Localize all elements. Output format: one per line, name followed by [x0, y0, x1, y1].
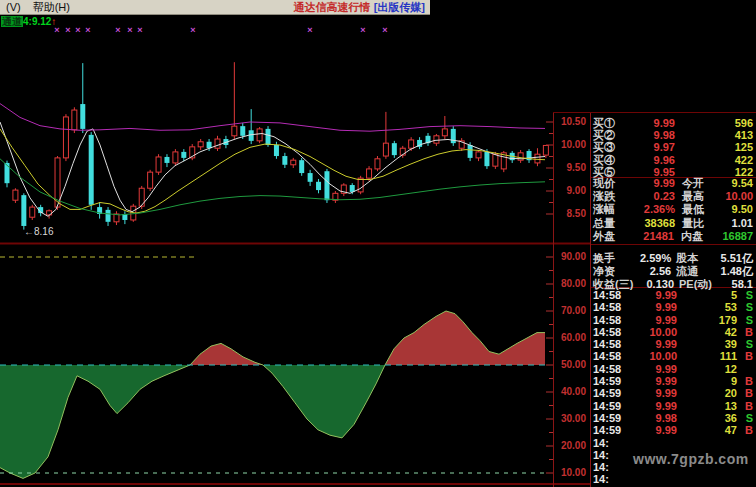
fin-value: 2.59% [634, 252, 672, 265]
tick-volume: 13 [677, 400, 737, 412]
signal-marker-icon: × [190, 25, 195, 35]
tick-volume: 9 [677, 375, 737, 387]
trade-tick-row[interactable]: 14:58 9.99 53 S [593, 301, 753, 313]
tick-side: B [737, 375, 753, 387]
trade-tick-row[interactable]: 14: [593, 437, 753, 449]
buy-queue-row[interactable]: 买② 9.98 413 [593, 129, 753, 141]
trade-tick-row[interactable]: 14:58 9.99 5 S [593, 289, 753, 301]
buy-queue-row[interactable]: 买④ 9.96 422 [593, 154, 753, 166]
stats-row: 总量 38368 量比 1.01 [593, 217, 753, 230]
buy-level-label: 买④ [593, 154, 625, 166]
app-title: 通达信高速行情 [294, 1, 371, 13]
tick-side: S [737, 289, 753, 301]
tick-side: B [737, 400, 753, 412]
tick-volume: 47 [677, 424, 737, 436]
stat-label: 最高 [682, 190, 724, 203]
tick-volume: 20 [677, 387, 737, 399]
buy-queue-row[interactable]: 买③ 9.97 125 [593, 141, 753, 153]
stat-value: 9.50 [724, 203, 753, 216]
signal-marker-icon: × [307, 25, 312, 35]
buy-queue-row[interactable]: 买① 9.99 596 [593, 117, 753, 129]
tick-price: 9.99 [635, 363, 677, 375]
stat-label: 最低 [682, 203, 724, 216]
signal-marker-icon: × [127, 25, 132, 35]
trade-tick-row[interactable]: 14:59 9.99 9 B [593, 375, 753, 387]
stock-name: [出版传媒] [374, 1, 425, 13]
tick-time: 14:58 [593, 301, 635, 313]
fin-value: 5.51亿 [721, 252, 753, 265]
tick-price: 9.99 [635, 289, 677, 301]
tick-price: 9.99 [635, 387, 677, 399]
menu-item-help[interactable]: 帮助(H) [27, 0, 76, 14]
stat-value: 9.99 [627, 177, 675, 190]
signal-marker-icon: × [137, 25, 142, 35]
trade-tick-row[interactable]: 14:58 9.99 39 S [593, 338, 753, 350]
axis-label: 80.00 [553, 278, 586, 289]
watermark: www.7gpzb.com [633, 451, 749, 467]
stat-value: 38368 [627, 217, 675, 230]
buy-queue: 买① 9.99 596 买② 9.98 413 买③ 9.97 125 买④ 9… [593, 117, 753, 178]
stat-label: 现价 [593, 177, 627, 190]
trade-tick-row[interactable]: 14:59 9.98 36 S [593, 412, 753, 424]
stats-row: 涨跌 0.23 最高 10.00 [593, 190, 753, 203]
axis-label: 10.00 [553, 139, 586, 150]
stat-label: 涨跌 [593, 190, 627, 203]
trade-tick-row[interactable]: 14:59 9.99 47 B [593, 424, 753, 436]
tick-time: 14: [593, 437, 635, 449]
up-arrow-icon: ↑ [51, 16, 56, 27]
trade-tick-row[interactable]: 14:58 10.00 42 B [593, 326, 753, 338]
axis-label: 9.50 [553, 162, 586, 173]
tick-time: 14: [593, 473, 635, 485]
tick-volume: 111 [677, 350, 737, 362]
tick-volume: 12 [677, 363, 737, 375]
tick-volume: 42 [677, 326, 737, 338]
tick-volume: 179 [677, 314, 737, 326]
trade-tick-row[interactable]: 14:58 10.00 111 B [593, 350, 753, 362]
stat-value: 9.54 [724, 177, 753, 190]
tick-volume: 5 [677, 289, 737, 301]
signal-marker-icon: × [382, 25, 387, 35]
axis-label: 50.00 [553, 359, 586, 370]
tick-time: 14:58 [593, 338, 635, 350]
tick-time: 14:59 [593, 424, 635, 436]
stat-label: 内盘 [681, 230, 722, 243]
stats-row: 涨幅 2.36% 最低 9.50 [593, 203, 753, 216]
trade-tick-row[interactable]: 14: [593, 473, 753, 485]
tick-price: 9.99 [635, 375, 677, 387]
stats-row: 外盘 21481 内盘 16887 [593, 230, 753, 243]
axis-label: 30.00 [553, 413, 586, 424]
menu-item-v[interactable]: (V) [0, 0, 27, 14]
tick-price: 9.99 [635, 314, 677, 326]
axis-label: 70.00 [553, 305, 586, 316]
tick-price: 9.99 [635, 301, 677, 313]
fin-value: 2.56 [634, 265, 672, 278]
window-title: 通达信高速行情 [出版传媒] [294, 0, 430, 14]
stat-value: 16887 [722, 230, 753, 243]
trade-tick-row[interactable]: 14:58 9.99 179 S [593, 314, 753, 326]
trade-tick-row[interactable]: 14:59 9.99 13 B [593, 400, 753, 412]
tick-time: 14:59 [593, 387, 635, 399]
buy-level-label: 买① [593, 117, 625, 129]
axis-label: 8.50 [553, 208, 586, 219]
axis-label: 9.00 [553, 185, 586, 196]
stat-label: 量比 [682, 217, 724, 230]
tick-time: 14:59 [593, 400, 635, 412]
buy-price: 9.96 [625, 154, 675, 166]
price-stats: 现价 9.99 今开 9.54 涨跌 0.23 最高 10.00 涨幅 2.36… [593, 177, 753, 243]
tick-volume: 53 [677, 301, 737, 313]
tick-price: 10.00 [635, 326, 677, 338]
tick-time: 14:58 [593, 289, 635, 301]
buy-volume: 596 [675, 117, 753, 129]
buy-volume: 422 [675, 154, 753, 166]
fin-value: 1.48亿 [721, 265, 753, 278]
tick-side: S [737, 338, 753, 350]
buy-volume: 125 [675, 141, 753, 153]
signal-marker-icon: × [75, 25, 80, 35]
tick-price: 9.98 [635, 412, 677, 424]
tick-side: B [737, 350, 753, 362]
trade-tick-row[interactable]: 14:59 9.99 20 B [593, 387, 753, 399]
trade-tick-row[interactable]: 14:58 9.99 12 [593, 363, 753, 375]
signal-marker-icon: × [65, 25, 70, 35]
tick-side: S [737, 412, 753, 424]
tick-time: 14:58 [593, 350, 635, 362]
